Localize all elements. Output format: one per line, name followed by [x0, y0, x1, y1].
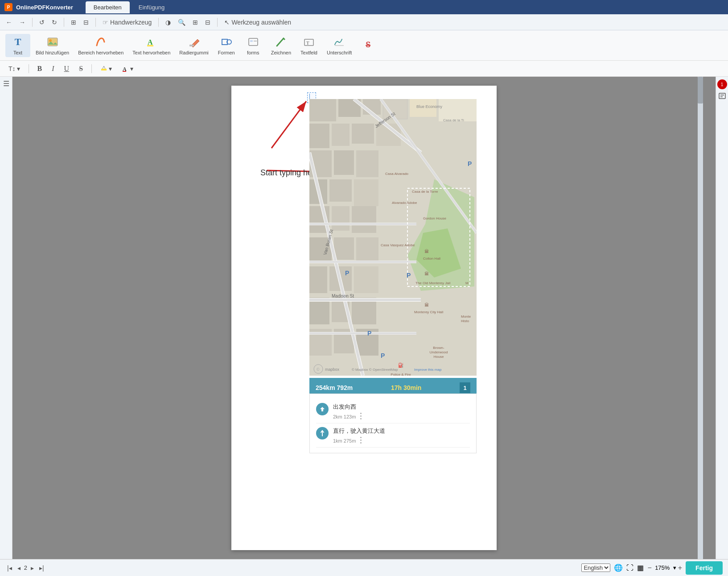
redo-button[interactable]: ↻: [49, 17, 59, 27]
last-page-button[interactable]: ▸|: [37, 564, 46, 572]
font-size-button[interactable]: T↕ ▾: [5, 64, 23, 74]
zoom-in-button[interactable]: +: [678, 564, 682, 572]
unterschrift-icon: [333, 36, 345, 48]
svg-rect-5: [189, 45, 194, 46]
zeichnen-icon: [275, 36, 287, 48]
text-herv-icon: A: [145, 36, 158, 48]
svg-line-20: [271, 101, 306, 148]
radiergummi-label: Radiergummi: [179, 50, 208, 55]
nav-separator-3: [95, 18, 96, 27]
nav-toolbar: ← → ↺ ↻ ⊞ ⊟ ☞ Handwerkzeug ◑ 🔍 ⊞ ⊟ ↖ Wer…: [0, 14, 728, 30]
highlight-button[interactable]: ▾: [97, 64, 115, 74]
tool-bereich[interactable]: Bereich hervorheben: [74, 34, 127, 57]
svg-text:Histo: Histo: [461, 319, 469, 323]
view-button[interactable]: ▦: [637, 564, 644, 572]
svg-text:Blue Economy: Blue Economy: [416, 104, 443, 109]
svg-text:Police & Fire: Police & Fire: [391, 373, 411, 376]
back-button[interactable]: ←: [4, 17, 14, 27]
content-area: ☰: [0, 77, 728, 559]
svg-text:Monte: Monte: [461, 315, 471, 319]
tool-text[interactable]: T Text: [5, 34, 30, 57]
dir-dots-1: [360, 413, 362, 419]
zoom-level: 175%: [654, 564, 671, 571]
undo-button[interactable]: ↺: [37, 17, 47, 27]
svg-rect-37: [334, 150, 354, 175]
app-logo: P: [4, 3, 12, 11]
bold-button[interactable]: B: [34, 63, 45, 74]
globe-icon-button[interactable]: 🌐: [614, 564, 623, 572]
italic-button[interactable]: I: [49, 63, 57, 74]
svg-rect-9: [250, 40, 253, 42]
tool-formen[interactable]: Formen: [214, 34, 239, 57]
dir-text-2: 直行，驶入黄江大道: [333, 427, 385, 435]
bild-tool-icon: [46, 36, 59, 48]
scrollbar-track[interactable]: [698, 77, 703, 559]
zoom-out-button[interactable]: −: [647, 564, 651, 572]
tab-bearbeiten[interactable]: Bearbeiten: [86, 1, 130, 13]
scrollbar-thumb[interactable]: [698, 77, 703, 104]
svg-text:P: P: [381, 352, 385, 359]
svg-rect-34: [352, 124, 374, 144]
app-name: OnlinePDFKonverter: [16, 4, 73, 11]
directions-panel: 出发向西 2km 123m 直行，: [309, 394, 477, 453]
svg-rect-33: [332, 124, 350, 146]
zoom-search-button[interactable]: 🔍: [176, 17, 188, 27]
text-color-button[interactable]: A ▾: [119, 64, 136, 74]
fmt-sep-2: [91, 64, 92, 73]
pdf-page: Start typing here..: [231, 86, 497, 550]
map-image: Jefferson St Van Buren St Madison St Blu…: [309, 99, 477, 376]
zoom-dropdown-icon: ▾: [673, 564, 676, 571]
page-button[interactable]: ⊟: [81, 17, 91, 27]
direction-item-1: 出发向西 2km 123m: [316, 399, 470, 423]
strikethrough-format-button[interactable]: S: [76, 63, 86, 74]
notification-badge[interactable]: 1: [717, 79, 727, 89]
svg-rect-50: [354, 266, 378, 293]
next-page-button[interactable]: ▸: [29, 564, 36, 572]
tool-zeichnen[interactable]: Zeichnen: [267, 34, 295, 57]
svg-rect-26: [309, 99, 336, 121]
dir-icon-2: [316, 427, 329, 439]
bild-tool-label: Bild hinzufügen: [36, 50, 69, 55]
direction-item-2: 直行，驶入黄江大道 1km 275m: [316, 423, 470, 448]
fullscreen-button[interactable]: ⛶: [626, 564, 633, 572]
left-panel-toggle: ☰: [0, 77, 12, 559]
status-bar: |◂ ◂ 2 ▸ ▸| English 🌐 ⛶ ▦ − 175% ▾ + Fer…: [0, 559, 728, 576]
status-left: |◂ ◂ 2 ▸ ▸|: [5, 564, 46, 572]
tool-unterschrift[interactable]: Unterschrift: [323, 34, 355, 57]
werkzeug-button[interactable]: ↖ Werkzeug auswählen: [222, 17, 293, 27]
tab-einfugung[interactable]: Einfügung: [131, 1, 173, 13]
svg-text:Casa Vasquez Adobe: Casa Vasquez Adobe: [381, 243, 415, 247]
first-page-button[interactable]: |◂: [5, 564, 14, 572]
expand-button[interactable]: ⊞: [190, 17, 200, 27]
text-tool-label: Text: [13, 50, 22, 55]
sidebar-icon-button[interactable]: [717, 91, 727, 101]
grid-button[interactable]: ⊞: [69, 17, 78, 27]
svg-text:Casa de la Ti: Casa de la Ti: [443, 118, 464, 122]
right-sidebar: 1: [716, 77, 728, 559]
svg-rect-47: [356, 237, 378, 262]
prev-page-button[interactable]: ◂: [16, 564, 22, 572]
toggle-sidebar-button[interactable]: ☰: [3, 79, 9, 88]
tool-strikethrough[interactable]: S̶: [357, 37, 382, 54]
underline-button[interactable]: U: [61, 63, 73, 74]
nav-separator-5: [217, 18, 218, 27]
tool-radiergummi[interactable]: Radiergummi: [176, 34, 212, 57]
svg-text:⛽: ⛽: [398, 362, 404, 368]
svg-text:mapbox: mapbox: [325, 367, 340, 372]
tool-textfeld[interactable]: T Textfeld: [296, 34, 321, 57]
contract-button[interactable]: ⊟: [203, 17, 213, 27]
dir-dots-2: [360, 437, 362, 443]
fertig-button[interactable]: Fertig: [686, 561, 723, 575]
tool-text-herv[interactable]: A Text hervorheben: [129, 34, 174, 57]
svg-rect-46: [334, 237, 354, 260]
svg-text:Casa Alvarado: Casa Alvarado: [385, 172, 409, 176]
language-select[interactable]: English: [581, 564, 610, 572]
tool-bild[interactable]: Bild hinzufügen: [32, 34, 73, 57]
text-tool-icon: T: [12, 36, 24, 48]
svg-rect-43: [332, 206, 350, 231]
handwerkzeug-button[interactable]: ☞ Handwerkzeug: [100, 17, 154, 27]
forward-button[interactable]: →: [17, 17, 28, 27]
svg-rect-16: [101, 69, 107, 70]
brightness-button[interactable]: ◑: [163, 17, 173, 27]
tool-forms[interactable]: forms: [241, 34, 266, 57]
